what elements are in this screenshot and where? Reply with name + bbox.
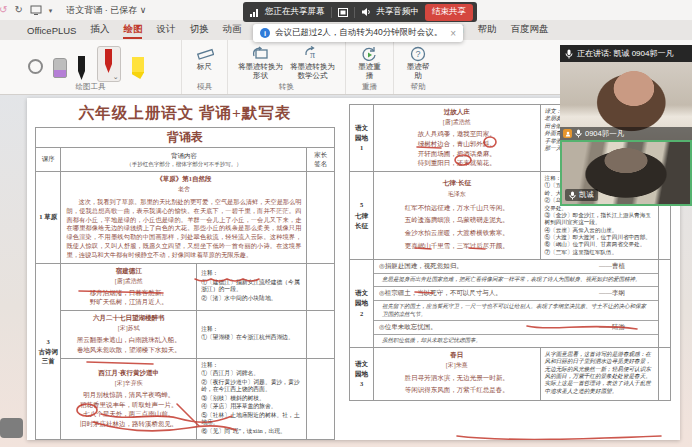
ink-to-math-icon: π [302, 46, 324, 61]
tab-design[interactable]: 设计 [149, 20, 182, 40]
ink-to-math-button[interactable]: π 将墨迹转换为数学公式 [287, 44, 339, 80]
poem-title: 西江月·夜行黄沙道中 [61, 366, 196, 378]
document-title[interactable]: 语文背诵 · 已保存 ∨ [66, 4, 146, 17]
poem-title: 六月二十七日望湖楼醉书 [61, 311, 196, 323]
ink-cursor-icon: ↺ [0, 5, 7, 15]
group-label-convert: 转换 [228, 82, 345, 92]
ink-help-icon: ? [410, 46, 426, 62]
caoyuan-title: 《草原》第1自然段 [61, 172, 306, 184]
pen-dropdown-icon[interactable]: ⌄ [113, 73, 119, 81]
poem-line: 明月别枝惊鹊，清风半夜鸣蝉。 [61, 390, 196, 400]
red-pen-tool-selected[interactable]: ⌄ [97, 46, 121, 82]
share-window-icon[interactable] [338, 8, 348, 17]
poem-line: 金沙水拍云崖暖，大渡桥横铁索寒。 [374, 227, 540, 240]
poem-line: 七八个星天外，两三点雨山前。 [61, 409, 196, 419]
speaking-text: 正在讲话: 凯诚 0904郭一凡 [577, 48, 673, 59]
svg-text:π: π [310, 49, 315, 60]
tab-animations[interactable]: 动画 [215, 20, 248, 40]
group-label-drawing-tools: 绘图工具 [0, 82, 181, 92]
col-header-sign: 家长 签名 [307, 148, 335, 172]
label-unit1: 语文 园地 1 [350, 105, 374, 172]
recite-table-caption: 背诵表 [36, 128, 335, 148]
poem-notes: 注释： ①〔望湖楼〕在今浙江杭州西湖边。 [197, 311, 307, 359]
lasso-select-icon[interactable] [28, 59, 43, 74]
eraser-tool[interactable] [53, 58, 67, 78]
poem-line: 更喜岷山千里雪，三军过后尽开颜。 [374, 240, 540, 256]
quote-explanation: 虽然职位低微，却从未敢忘记忧虑国事。 [374, 334, 658, 347]
quote-line: ◎捐躯赴国难，视死忽如归。——曹植 [374, 260, 658, 273]
group-label-replay: 重播 [346, 82, 393, 92]
poem-line: 开轩面场圃，把酒话桑麻。 [374, 149, 540, 159]
ink-replay-icon [361, 46, 378, 62]
quote-line: ◎祖宗疆土，当以死守，不可以尺寸与人。——李纲 [374, 287, 658, 300]
poem-title: 过故人庄 [374, 105, 540, 117]
poem-author: [宋]朱熹 [374, 360, 540, 372]
poem-line: 五岭逶迤腾细浪，乌蒙磅礴走泥丸。 [374, 214, 540, 227]
video-tile-participant-1[interactable]: 0904郭一凡 [560, 62, 692, 140]
signal-icon [250, 8, 259, 17]
order-caoyuan: 1 草原 [36, 172, 61, 264]
meeting-notice: i 会议已超过2人，自动转为40分钟限时会议。 × [253, 24, 463, 42]
poem-author: [宋]辛弃疾 [61, 378, 196, 390]
mic-icon [565, 49, 573, 59]
hidden-dock-tab[interactable] [0, 418, 23, 438]
stop-share-button[interactable]: 结束共享 [425, 4, 473, 21]
group-drawing-tools: ⌄ 绘图工具 [0, 40, 182, 94]
col-header-order: 课序 [36, 148, 61, 172]
tab-insert[interactable]: 插入 [83, 20, 116, 40]
tab-draw[interactable]: 绘图 [116, 20, 149, 40]
poem-line: 卷地风来忽吹散，望湖楼下水如天。 [61, 345, 196, 358]
group-replay: 墨迹重播 重播 [346, 40, 394, 94]
table-row-poem-3: 西江月·夜行黄沙道中 [宋]辛弃疾 明月别枝惊鹊，清风半夜鸣蝉。 稻花香里说丰年… [36, 358, 335, 440]
poem-line: 胜日寻芳泗水滨，无边光景一时新。 [374, 372, 540, 384]
participant-name-bar: 0904郭一凡 [560, 127, 692, 140]
table-row-poem-1: 3 古诗词 三首 宿建德江 [唐]孟浩然 移舟泊烟渚，日暮客愁新。 野旷天低树，… [36, 263, 335, 311]
poem-line: 故人具鸡黍，邀我至田家。 [374, 129, 540, 139]
host-badge-icon [563, 129, 572, 138]
participant-name: 凯诚 [579, 190, 594, 200]
table-row-poem-2: 六月二十七日望湖楼醉书 [宋]苏轼 黑云翻墨未遮山，白雨跳珠乱入船。 卷地风来忽… [36, 311, 335, 359]
table-row-unit3: 语文 园地 3 春日 [宋]朱熹 胜日寻芳泗水滨，无边光景一时新。 等闲识得东风… [350, 347, 671, 400]
video-tile-participant-2[interactable]: 凯诚 [560, 140, 692, 206]
label-unit2: 语文 园地 2 [350, 260, 374, 348]
ink-to-shape-icon [251, 46, 271, 61]
redo-icon[interactable]: ↻ [14, 5, 22, 15]
ink-to-shape-button[interactable]: 将墨迹转换为形状 [235, 44, 287, 80]
info-icon: i [260, 28, 270, 38]
table-row-unit2: 语文 园地 2 ◎捐躯赴国难，视死忽如归。——曹植 意思是挺身而出奔赴国家危难，… [350, 260, 671, 348]
svg-text:?: ? [416, 49, 421, 59]
order-gushici: 3 古诗词 三首 [36, 263, 61, 440]
speaker-icon [361, 7, 371, 17]
sharing-status-text: 您正在共享屏幕 [265, 6, 325, 18]
poem-line: 绿树村边合，青山郭外斜。 [374, 139, 540, 149]
ruler-button[interactable]: 标尺 [193, 44, 217, 72]
tab-transitions[interactable]: 切换 [182, 20, 215, 40]
ink-replay-button[interactable]: 墨迹重播 [358, 44, 382, 80]
poem-author: [唐]孟浩然 [61, 276, 196, 288]
tab-officeplus[interactable]: OfficePLUS [20, 22, 83, 40]
group-convert: 将墨迹转换为形状 π 将墨迹转换为数学公式 转换 [228, 40, 346, 94]
mic-icon [575, 129, 582, 138]
notice-close-button[interactable]: × [450, 28, 456, 39]
page-title: 六年级上册语文 背诵+默写表 [35, 103, 335, 124]
quote-line: ◎位卑未敢忘忧国。——陆游 [374, 321, 658, 334]
ruler-icon [196, 47, 214, 61]
poem-line: 移舟泊烟渚，日暮客愁新。 [61, 288, 196, 298]
tab-help[interactable]: 帮助 [470, 20, 503, 40]
speaking-indicator-bar: 正在讲话: 凯诚 0904郭一凡 [560, 45, 692, 62]
poem-analysis: 从字面意思看，这首诗写的是游春观感：在风和日丽的日子里到泗水边寻觅美好春景，无边… [540, 347, 658, 400]
group-help: ? 墨迹帮助 帮助 [394, 40, 442, 94]
yellow-highlighter-tool[interactable] [131, 57, 146, 79]
slideshow-icon[interactable] [30, 5, 42, 15]
qat-dropdown-icon[interactable]: ▾ [49, 7, 53, 14]
group-label-stencils: 模具 [182, 82, 227, 92]
red-pen-icon [104, 49, 114, 73]
caoyuan-author: 老舍 [61, 184, 306, 196]
ink-help-button[interactable]: ? 墨迹帮助 [406, 44, 430, 80]
screen-share-bar: 您正在共享屏幕 共享音频中 结束共享 [243, 2, 477, 22]
black-pen-tool[interactable] [77, 56, 87, 80]
tab-baidu-netdisk[interactable]: 百度网盘 [503, 20, 555, 40]
audio-sharing-text: 共享音频中 [377, 6, 420, 18]
poem-title: 春日 [374, 348, 540, 360]
mic-icon [569, 191, 576, 200]
